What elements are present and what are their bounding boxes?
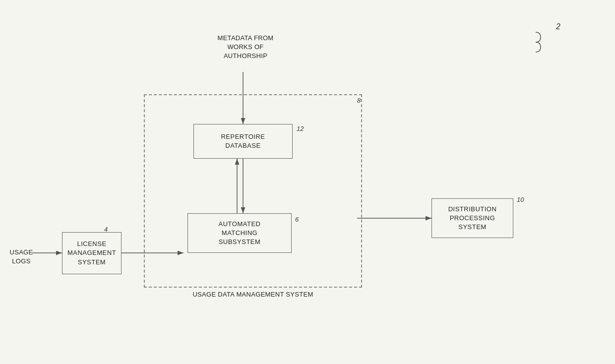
usage-data-mgmt-label: USAGE DATA MANAGEMENT SYSTEM xyxy=(144,290,362,299)
usage-logs-label: USAGELOGS xyxy=(9,248,34,266)
license-mgmt-label: LICENSEMANAGEMENTSYSTEM xyxy=(67,240,116,267)
repertoire-database-box: REPERTOIREDATABASE xyxy=(193,124,293,159)
fig-ref-2: 2 xyxy=(556,22,560,31)
ref-10: 10 xyxy=(517,196,524,203)
ref-6: 6 xyxy=(295,216,299,223)
repertoire-database-label: REPERTOIREDATABASE xyxy=(221,132,265,150)
usage-data-mgmt-box xyxy=(144,94,362,288)
distribution-processing-label: DISTRIBUTIONPROCESSINGSYSTEM xyxy=(448,205,497,232)
license-mgmt-box: LICENSEMANAGEMENTSYSTEM xyxy=(62,232,122,274)
diagram-container: 2 METADATA FROMWORKS OFAUTHORSHIP USAGE … xyxy=(0,0,615,364)
automated-matching-box: AUTOMATEDMATCHINGSUBSYSTEM xyxy=(187,213,292,253)
ref-12: 12 xyxy=(297,125,304,132)
metadata-label: METADATA FROMWORKS OFAUTHORSHIP xyxy=(198,34,293,61)
figure-number xyxy=(521,30,546,57)
automated-matching-label: AUTOMATEDMATCHINGSUBSYSTEM xyxy=(219,220,261,247)
distribution-processing-box: DISTRIBUTIONPROCESSINGSYSTEM xyxy=(431,198,513,238)
ref-8: 8 xyxy=(357,97,361,104)
ref-4: 4 xyxy=(104,226,108,233)
